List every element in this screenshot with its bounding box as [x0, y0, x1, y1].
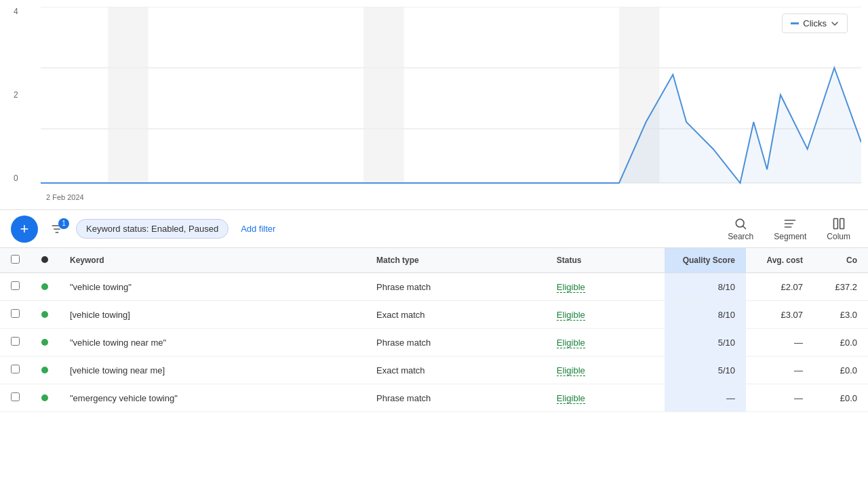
segment-label: Segment	[774, 232, 806, 241]
row-status-1: Eligible	[546, 301, 665, 329]
table-row: "vehicle towing near me" Phrase match El…	[0, 329, 868, 357]
row-keyword-3: [vehicle towing near me]	[59, 357, 366, 384]
svg-marker-7	[41, 68, 861, 183]
row-dot-cell	[31, 301, 59, 329]
row-keyword-4: "emergency vehicle towing"	[59, 384, 366, 412]
columns-label: Colum	[827, 232, 850, 241]
toolbar: + 1 Keyword status: Enabled, Paused Add …	[0, 210, 868, 248]
segment-action[interactable]: Segment	[767, 214, 813, 244]
row-status-4: Eligible	[546, 384, 665, 412]
header-checkbox-cell	[0, 248, 31, 273]
row-quality-0: 8/10	[665, 273, 746, 301]
filter-badge: 1	[58, 218, 69, 229]
y-label-0: 0	[14, 174, 18, 183]
row-match-type-1: Exact match	[366, 301, 546, 329]
row-status-2: Eligible	[546, 329, 665, 357]
table-row: [vehicle towing] Exact match Eligible 8/…	[0, 301, 868, 329]
row-checkbox-2[interactable]	[11, 337, 20, 346]
row-avg-cost-1: £3.07	[746, 301, 814, 329]
svg-rect-13	[833, 218, 837, 228]
row-match-type-3: Exact match	[366, 357, 546, 384]
chart-y-labels: 4 2 0	[14, 7, 18, 183]
table-row: "emergency vehicle towing" Phrase match …	[0, 384, 868, 412]
keyword-status-label: Keyword status: Enabled, Paused	[86, 224, 218, 234]
chevron-down-icon	[831, 20, 839, 28]
table-container: Keyword Match type Status Quality Score …	[0, 248, 868, 412]
row-co-0: £37.2	[814, 273, 868, 301]
row-checkbox-cell	[0, 273, 31, 301]
header-avg-cost: Avg. cost	[746, 248, 814, 273]
header-status: Status	[546, 248, 665, 273]
row-dot-cell	[31, 329, 59, 357]
columns-icon	[832, 217, 846, 230]
status-dot-0	[41, 283, 48, 290]
row-co-2: £0.0	[814, 329, 868, 357]
status-dot-2	[41, 339, 48, 346]
row-avg-cost-4: —	[746, 384, 814, 412]
eligible-badge-3: Eligible	[557, 365, 585, 376]
row-keyword-2: "vehicle towing near me"	[59, 329, 366, 357]
row-checkbox-3[interactable]	[11, 365, 20, 373]
eligible-badge-0: Eligible	[557, 282, 585, 293]
row-avg-cost-2: —	[746, 329, 814, 357]
row-co-3: £0.0	[814, 357, 868, 384]
row-quality-3: 5/10	[665, 357, 746, 384]
row-match-type-2: Phrase match	[366, 329, 546, 357]
filter-button[interactable]: 1	[45, 220, 69, 239]
y-label-2: 2	[14, 90, 18, 100]
search-icon	[734, 217, 747, 230]
clicks-label: Clicks	[803, 18, 827, 28]
eligible-badge-1: Eligible	[557, 310, 585, 321]
clicks-button[interactable]: Clicks	[782, 14, 848, 33]
columns-action[interactable]: Colum	[820, 214, 857, 244]
row-dot-cell	[31, 384, 59, 412]
row-quality-2: 5/10	[665, 329, 746, 357]
header-co: Co	[814, 248, 868, 273]
add-filter-button[interactable]: Add filter	[235, 220, 281, 238]
eligible-badge-2: Eligible	[557, 338, 585, 348]
row-quality-4: —	[665, 384, 746, 412]
svg-rect-4	[108, 7, 149, 183]
row-checkbox-cell	[0, 357, 31, 384]
row-match-type-0: Phrase match	[366, 273, 546, 301]
row-quality-1: 8/10	[665, 301, 746, 329]
header-match-type: Match type	[366, 248, 546, 273]
keywords-table: Keyword Match type Status Quality Score …	[0, 248, 868, 412]
add-filter-label: Add filter	[241, 224, 275, 234]
search-action[interactable]: Search	[721, 214, 760, 244]
date-label: 2 Feb 2024	[46, 193, 84, 201]
row-keyword-0: "vehicle towing"	[59, 273, 366, 301]
row-avg-cost-0: £2.07	[746, 273, 814, 301]
row-avg-cost-3: —	[746, 357, 814, 384]
row-checkbox-cell	[0, 329, 31, 357]
row-dot-cell	[31, 273, 59, 301]
header-keyword: Keyword	[59, 248, 366, 273]
status-dot-3	[41, 367, 48, 373]
select-all-checkbox[interactable]	[11, 255, 20, 264]
row-match-type-4: Phrase match	[366, 384, 546, 412]
table-row: "vehicle towing" Phrase match Eligible 8…	[0, 273, 868, 301]
header-dot-cell	[31, 248, 59, 273]
header-quality-score: Quality Score	[665, 248, 746, 273]
row-status-0: Eligible	[546, 273, 665, 301]
search-label: Search	[728, 232, 753, 241]
table-row: [vehicle towing near me] Exact match Eli…	[0, 357, 868, 384]
row-co-4: £0.0	[814, 384, 868, 412]
add-button[interactable]: +	[11, 216, 38, 243]
keyword-status-filter[interactable]: Keyword status: Enabled, Paused	[76, 219, 229, 239]
row-checkbox-4[interactable]	[11, 392, 20, 401]
row-status-3: Eligible	[546, 357, 665, 384]
y-label-4: 4	[14, 7, 18, 16]
clicks-legend-dot	[791, 22, 799, 24]
row-checkbox-1[interactable]	[11, 309, 20, 318]
row-checkbox-0[interactable]	[11, 281, 20, 290]
svg-rect-5	[363, 7, 404, 183]
status-dot-4	[41, 394, 48, 401]
row-co-1: £3.0	[814, 301, 868, 329]
row-keyword-1: [vehicle towing]	[59, 301, 366, 329]
dot-header	[41, 256, 48, 263]
eligible-badge-4: Eligible	[557, 393, 585, 404]
status-dot-1	[41, 311, 48, 318]
row-checkbox-cell	[0, 301, 31, 329]
row-checkbox-cell	[0, 384, 31, 412]
